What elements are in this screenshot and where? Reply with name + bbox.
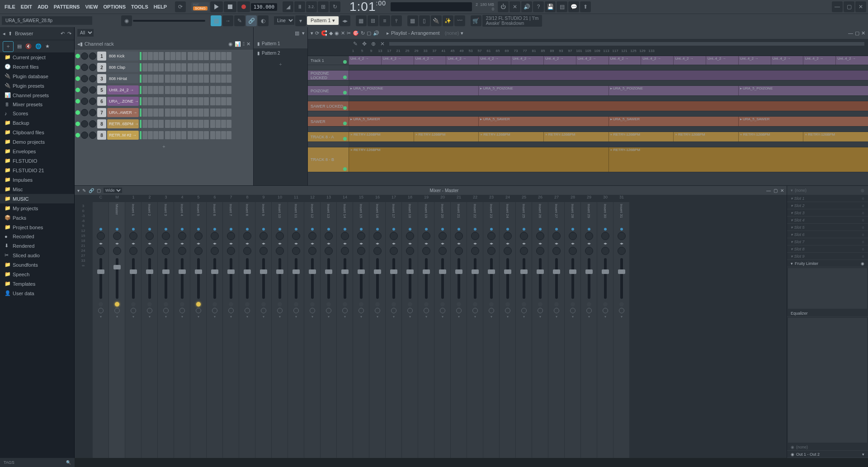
- strip-stereo-knob[interactable]: [552, 247, 561, 255]
- pl-play-icon[interactable]: ▸: [387, 30, 389, 36]
- stereo-sep-icon[interactable]: ◂▸: [229, 241, 233, 245]
- browser-back-icon[interactable]: ↶: [61, 31, 65, 37]
- step-button[interactable]: [153, 97, 158, 105]
- strip-stereo-knob[interactable]: [601, 247, 609, 255]
- strip-send-knob[interactable]: [131, 308, 136, 313]
- strip-pan-knob[interactable]: [552, 232, 561, 240]
- mixer-insert-strip[interactable]: Insert 12 ◂▸ ▾: [304, 202, 321, 458]
- playlist-clip[interactable]: Unt..4_2 →: [641, 56, 673, 65]
- strip-stereo-knob[interactable]: [422, 247, 430, 255]
- channel-name-button[interactable]: 808 Kick: [107, 52, 139, 61]
- strip-dock-icon[interactable]: ▾: [523, 315, 525, 319]
- strip-fader[interactable]: [344, 258, 346, 299]
- playlist-clip[interactable]: Unt..4_2 →: [478, 56, 511, 65]
- strip-mute-button[interactable]: [473, 302, 477, 307]
- strip-send-knob[interactable]: [603, 308, 608, 313]
- channel-route-num[interactable]: 1: [97, 52, 106, 61]
- channel-vol-knob[interactable]: [89, 98, 96, 105]
- step-button[interactable]: [221, 108, 226, 117]
- playlist-clip[interactable]: × RETRY-126BPM: [414, 132, 479, 142]
- strip-fx-led[interactable]: [278, 228, 281, 231]
- strip-dock-icon[interactable]: ▾: [588, 315, 590, 319]
- browser-add-icon[interactable]: +: [3, 41, 14, 52]
- step-button[interactable]: [165, 86, 170, 94]
- step-button[interactable]: [210, 97, 215, 105]
- browser-item-sliced-audio[interactable]: ✂Sliced audio: [0, 250, 74, 260]
- playlist-clip[interactable]: Unt..4_2 →: [543, 56, 576, 65]
- strip-stereo-knob[interactable]: [146, 247, 154, 255]
- tb-g[interactable]: 🔌: [431, 15, 442, 26]
- channel-name-button[interactable]: URA_..ZONE →: [107, 97, 139, 106]
- strip-mute-button[interactable]: [554, 302, 559, 307]
- stereo-sep-icon[interactable]: ◂▸: [425, 241, 428, 245]
- save-icon[interactable]: 💾: [545, 1, 556, 12]
- playlist-clip[interactable]: ▸ URA_5_POIZONE: [738, 86, 868, 95]
- play-button[interactable]: [210, 1, 223, 12]
- strip-fader[interactable]: [165, 258, 167, 299]
- track-header[interactable]: [308, 111, 349, 116]
- mixer-insert-strip[interactable]: Insert 20 ◂▸ ▾: [434, 202, 451, 458]
- strip-fx-led[interactable]: [311, 228, 314, 231]
- strip-send-knob[interactable]: [538, 308, 543, 313]
- step-button[interactable]: [181, 108, 186, 117]
- channel-pan-knob[interactable]: [81, 109, 88, 116]
- strip-pan-knob[interactable]: [487, 232, 495, 240]
- mixer-insert-strip[interactable]: Insert 29 ◂▸ ▾: [581, 202, 597, 458]
- strip-pan-knob[interactable]: [129, 232, 137, 240]
- playlist-clip[interactable]: [349, 101, 868, 111]
- playlist-clip[interactable]: × RETRY-126BPM: [609, 147, 868, 172]
- pl-e-icon[interactable]: ↻: [361, 30, 365, 36]
- stereo-sep-icon[interactable]: ◂▸: [620, 241, 623, 245]
- tb-shop-icon[interactable]: 🛒: [471, 15, 481, 26]
- strip-dock-icon[interactable]: ▾: [181, 315, 183, 319]
- step-button[interactable]: [170, 75, 175, 83]
- step-button[interactable]: [216, 108, 221, 117]
- step-button[interactable]: [198, 86, 203, 94]
- view-browser-icon[interactable]: ◐: [258, 15, 269, 26]
- channel-name-button[interactable]: 808 HiHat: [107, 74, 139, 83]
- strip-stereo-knob[interactable]: [455, 247, 463, 255]
- strip-dock-icon[interactable]: ▾: [295, 315, 297, 319]
- mixer-insert-strip[interactable]: Insert 9 ◂▸ ▾: [255, 202, 272, 458]
- mixer-insert-strip[interactable]: ◂▸ ▾: [93, 202, 109, 458]
- strip-fx-led[interactable]: [523, 228, 525, 231]
- playlist-clip[interactable]: Unt..4_2 →: [673, 56, 706, 65]
- track-mute-led[interactable]: [343, 167, 347, 171]
- step-button[interactable]: [170, 108, 175, 117]
- strip-send-knob[interactable]: [440, 308, 445, 313]
- channel-route-num[interactable]: 7: [97, 108, 106, 117]
- mixer-insert-strip[interactable]: Insert 2 ◂▸ ▾: [142, 202, 158, 458]
- strip-pan-knob[interactable]: [259, 232, 268, 240]
- step-button[interactable]: [176, 86, 181, 94]
- pitch-slider[interactable]: [133, 20, 205, 22]
- view-playlist-icon[interactable]: ▤: [211, 15, 222, 26]
- track-mute-led[interactable]: [343, 60, 347, 64]
- channel-mute-led[interactable]: [75, 99, 80, 104]
- step-button[interactable]: [204, 86, 209, 94]
- channel-row[interactable]: 8 RETR..M #2 →: [75, 130, 252, 141]
- step-button[interactable]: [188, 108, 193, 117]
- strip-stereo-knob[interactable]: [243, 247, 251, 255]
- mixer-insert-strip[interactable]: Insert 3 ◂▸ ▾: [158, 202, 174, 458]
- step-button[interactable]: [181, 52, 186, 60]
- step-button[interactable]: [181, 131, 186, 139]
- mixer-insert-strip[interactable]: Insert 31 ◂▸ ▾: [613, 202, 630, 458]
- strip-fx-led[interactable]: [555, 228, 558, 231]
- strip-fx-led[interactable]: [116, 228, 118, 231]
- strip-fx-led[interactable]: [441, 228, 444, 231]
- knob-main-pitch[interactable]: ◉: [121, 15, 132, 26]
- step-button[interactable]: [165, 75, 170, 83]
- step-button[interactable]: [176, 63, 181, 71]
- strip-send-knob[interactable]: [570, 308, 576, 313]
- step-button[interactable]: [210, 75, 215, 83]
- strip-mute-button[interactable]: [310, 302, 315, 307]
- channel-row[interactable]: 3 808 HiHat: [75, 73, 252, 84]
- strip-mute-button[interactable]: [408, 302, 412, 307]
- step-button[interactable]: [198, 131, 203, 139]
- strip-send-knob[interactable]: [489, 308, 494, 313]
- strip-fx-led[interactable]: [197, 228, 200, 231]
- step-button[interactable]: [193, 86, 198, 94]
- strip-pan-knob[interactable]: [276, 232, 284, 240]
- step-button[interactable]: [226, 75, 231, 83]
- fx-slot[interactable]: ▾ Slot 2○: [787, 202, 868, 209]
